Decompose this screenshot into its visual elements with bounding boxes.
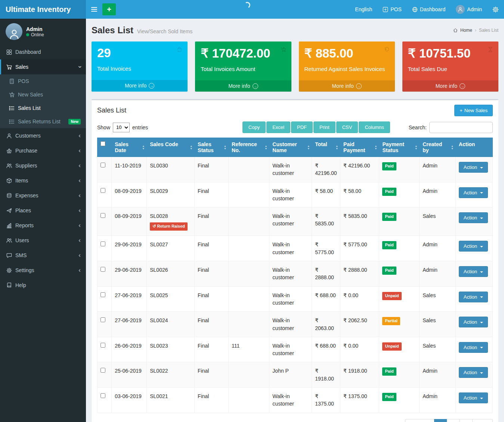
sidebar-item-expenses[interactable]: Expenses ‹ xyxy=(0,188,86,203)
caret-down-icon xyxy=(480,398,483,399)
action-button[interactable]: Action xyxy=(459,266,488,277)
brand-logo[interactable]: Ultimate Inventory xyxy=(0,0,86,19)
action-button[interactable]: Action xyxy=(459,342,488,353)
col-reference-no[interactable]: Reference No.▲▼ xyxy=(229,138,269,157)
pagination-previous[interactable]: Previous xyxy=(405,419,435,422)
row-select-cell xyxy=(98,312,112,337)
topbar-dashboard-link[interactable]: Dashboard xyxy=(407,0,451,19)
table-row: 27-06-2019SL0025FinalWalk-in customer₹ 6… xyxy=(98,286,493,312)
sidebar-subitem-new-sales[interactable]: New Sales xyxy=(0,88,86,101)
column-label: Total xyxy=(315,141,327,147)
action-button[interactable]: Action xyxy=(459,317,488,327)
csv-button[interactable]: CSV xyxy=(336,121,358,133)
paid-payment-cell: ₹ 42196.00 xyxy=(340,157,379,182)
sidebar-item-label: Expenses xyxy=(15,192,38,198)
created-by-cell: Admin xyxy=(420,261,456,287)
column-label: Sales Code xyxy=(150,141,178,147)
sidebar-item-suppliers[interactable]: Suppliers ‹ xyxy=(0,158,86,173)
sidebar-item-customers[interactable]: Customers ‹ xyxy=(0,128,86,143)
sidebar-item-reports[interactable]: Reports ‹ xyxy=(0,218,86,233)
col-sales-status[interactable]: Sales Status▲▼ xyxy=(195,138,229,157)
search-input[interactable] xyxy=(429,122,493,133)
sidebar-subitem-pos[interactable]: POS xyxy=(0,74,86,88)
col-paid-payment[interactable]: Paid Payment▲▼ xyxy=(340,138,379,157)
sales-status-cell: Final xyxy=(195,362,229,388)
sort-icon: ▲▼ xyxy=(224,145,226,150)
topbar-pos-link[interactable]: POS xyxy=(377,0,407,19)
caret-down-icon xyxy=(480,271,483,273)
more-info-link[interactable]: More info→ xyxy=(195,80,291,92)
row-checkbox[interactable] xyxy=(101,267,105,272)
col-created-by[interactable]: Created by▲▼ xyxy=(420,138,456,157)
reference-no-cell xyxy=(229,261,269,287)
print-button[interactable]: Print xyxy=(313,121,336,133)
new-sales-button[interactable]: +New Sales xyxy=(454,105,493,116)
sidebar-item-settings[interactable]: Settings ‹ xyxy=(0,263,86,278)
row-checkbox[interactable] xyxy=(101,188,105,193)
sales-code: SL0025 xyxy=(150,292,191,299)
pagination-page-3[interactable]: 3 xyxy=(460,419,473,422)
sales-code-cell: SL0028↺ Return Raised xyxy=(147,207,195,236)
select-all-checkbox[interactable] xyxy=(101,141,105,146)
pagination-next[interactable]: Next xyxy=(472,419,493,422)
copy-button[interactable]: Copy xyxy=(242,121,266,133)
sidebar-item-users[interactable]: Users ‹ xyxy=(0,233,86,248)
action-button[interactable]: Action xyxy=(459,392,488,403)
breadcrumb-home[interactable]: Home xyxy=(460,28,472,33)
sidebar-item-help[interactable]: Help xyxy=(0,278,86,293)
row-checkbox[interactable] xyxy=(101,368,105,373)
pdf-button[interactable]: PDF xyxy=(291,121,313,133)
language-menu[interactable]: English xyxy=(350,0,377,19)
sidebar-item-places[interactable]: Places ‹ xyxy=(0,203,86,218)
quick-add-button[interactable]: + xyxy=(102,3,116,15)
sidebar-item-items[interactable]: Items ‹ xyxy=(0,173,86,188)
sidebar-item-purchase[interactable]: Purchase ‹ xyxy=(0,143,86,158)
sidebar-toggle-icon[interactable] xyxy=(91,7,97,12)
col-sales-code[interactable]: Sales Code▲▼ xyxy=(147,138,195,157)
col-customer-name[interactable]: Customer Name▲▼ xyxy=(269,138,312,157)
action-button[interactable]: Action xyxy=(459,292,488,302)
more-info-link[interactable]: More info→ xyxy=(402,80,498,92)
pagination-page-2[interactable]: 2 xyxy=(447,419,460,422)
sales-date-cell: 11-10-2019 xyxy=(112,157,147,182)
row-checkbox[interactable] xyxy=(101,163,105,167)
sales-date-cell: 08-09-2019 xyxy=(112,182,147,207)
more-info-link[interactable]: More info→ xyxy=(92,80,188,91)
columns-button[interactable]: Columns xyxy=(359,121,390,133)
excel-button[interactable]: Excel xyxy=(266,121,290,133)
action-button[interactable]: Action xyxy=(459,241,488,252)
row-checkbox[interactable] xyxy=(101,292,105,297)
col-sales-date[interactable]: Sales Date▲▼ xyxy=(112,138,147,157)
sidebar-subitem-sales-list[interactable]: Sales List xyxy=(0,101,86,115)
search-label: Search: xyxy=(409,124,427,130)
col-payment-status[interactable]: Payment Status▲▼ xyxy=(379,138,420,157)
column-label: Payment Status xyxy=(382,141,404,153)
user-menu[interactable]: Admin xyxy=(451,0,487,19)
action-button[interactable]: Action xyxy=(459,162,488,173)
action-button[interactable]: Action xyxy=(459,367,488,378)
brand-text: Ultimate Inventory xyxy=(6,5,71,14)
sidebar-item-sms[interactable]: SMS ‹ xyxy=(0,248,86,263)
action-button[interactable]: Action xyxy=(459,187,488,198)
paid-payment-cell: ₹ 58.00 xyxy=(340,182,379,207)
row-checkbox[interactable] xyxy=(101,317,105,322)
page-length-select[interactable]: 10 xyxy=(113,123,130,132)
sales-status-cell: Final xyxy=(195,182,229,207)
pos-label: POS xyxy=(390,6,402,12)
row-checkbox[interactable] xyxy=(101,241,105,246)
row-checkbox[interactable] xyxy=(101,393,105,398)
col-total[interactable]: Total▲▼ xyxy=(312,138,340,157)
action-button[interactable]: Action xyxy=(459,212,488,223)
sales-status-cell: Final xyxy=(195,387,229,413)
caret-down-icon xyxy=(480,167,483,169)
sidebar-item-dashboard[interactable]: Dashboard xyxy=(0,44,86,59)
row-checkbox[interactable] xyxy=(101,213,105,218)
sidebar-item-sales[interactable]: Sales ‹ xyxy=(0,59,86,74)
return-raised-badge: ↺ Return Raised xyxy=(150,222,188,231)
more-info-link[interactable]: More info→ xyxy=(299,80,395,92)
places-icon xyxy=(6,208,12,213)
settings-menu[interactable] xyxy=(487,0,504,19)
row-checkbox[interactable] xyxy=(101,343,105,348)
pagination-page-1[interactable]: 1 xyxy=(434,419,447,422)
sidebar-subitem-sales-returns-list[interactable]: Sales Returns List New xyxy=(0,115,86,128)
